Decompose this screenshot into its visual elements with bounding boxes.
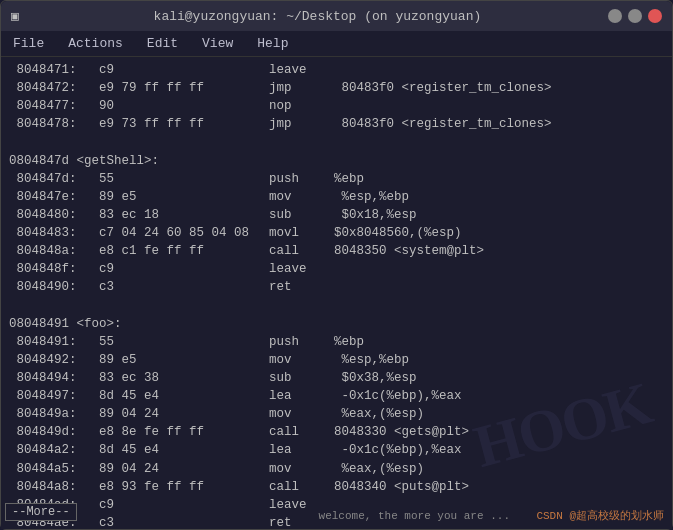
bytes: e8 93 fe ff ff [99, 478, 269, 496]
bytes: 8d 45 e4 [99, 441, 269, 459]
address: 80484a8: [9, 478, 99, 496]
terminal-body: HOOK 8048471:c9 leave 8048472:e9 79 ff f… [1, 57, 672, 529]
operand: %eax,(%esp) [319, 460, 424, 478]
table-row: 8048497:8d 45 e4 lea -0x1c(%ebp),%eax [9, 387, 664, 405]
table-row: 8048494:83 ec 38 sub $0x38,%esp [9, 369, 664, 387]
menu-item-view[interactable]: View [198, 34, 237, 53]
address: 804848a: [9, 242, 99, 260]
operand: 8048350 <system@plt> [319, 242, 484, 260]
instruction: call [269, 478, 319, 496]
table-row: 8048472:e9 79 ff ff ff jmp 80483f0 <regi… [9, 79, 664, 97]
table-row: 804847d:55 push %ebp [9, 170, 664, 188]
table-row: 80484a5:89 04 24 mov %eax,(%esp) [9, 460, 664, 478]
instruction: mov [269, 188, 319, 206]
menu-item-help[interactable]: Help [253, 34, 292, 53]
operand: 8048330 <gets@plt> [319, 423, 469, 441]
operand: %esp,%ebp [319, 351, 409, 369]
menu-item-edit[interactable]: Edit [143, 34, 182, 53]
menubar: FileActionsEditViewHelp [1, 31, 672, 57]
terminal-window: ▣ kali@yuzongyuan: ~/Desktop (on yuzongy… [0, 0, 673, 530]
bytes: c3 [99, 278, 269, 296]
address: 804849a: [9, 405, 99, 423]
menu-item-actions[interactable]: Actions [64, 34, 127, 53]
table-row: 8048477:90 nop [9, 97, 664, 115]
instruction: sub [269, 206, 319, 224]
address: 804849d: [9, 423, 99, 441]
instruction: push [269, 170, 319, 188]
minimize-button[interactable] [608, 9, 622, 23]
address: 8048494: [9, 369, 99, 387]
table-row: 80484a2:8d 45 e4 lea -0x1c(%ebp),%eax [9, 441, 664, 459]
instruction: jmp [269, 79, 319, 97]
table-row: 8048480:83 ec 18 sub $0x18,%esp [9, 206, 664, 224]
instruction: lea [269, 441, 319, 459]
instruction: nop [269, 97, 319, 115]
bytes: 89 e5 [99, 351, 269, 369]
bytes: 83 ec 18 [99, 206, 269, 224]
address: 8048478: [9, 115, 99, 133]
instruction: leave [269, 496, 319, 514]
bytes: 89 e5 [99, 188, 269, 206]
address: 8048480: [9, 206, 99, 224]
operand: %esp,%ebp [319, 188, 409, 206]
code-container: 8048471:c9 leave 8048472:e9 79 ff ff ff … [9, 61, 664, 529]
address: 80484a2: [9, 441, 99, 459]
address: 8048492: [9, 351, 99, 369]
instruction: push [269, 333, 319, 351]
operand: -0x1c(%ebp),%eax [319, 387, 462, 405]
operand: 80483f0 <register_tm_clones> [319, 79, 552, 97]
bytes: 83 ec 38 [99, 369, 269, 387]
bytes: c9 [99, 496, 269, 514]
bytes: c9 [99, 260, 269, 278]
instruction: ret [269, 514, 319, 529]
bytes: e8 c1 fe ff ff [99, 242, 269, 260]
label-line: 0804847d <getShell>: [9, 152, 664, 170]
address: 8048477: [9, 97, 99, 115]
instruction: sub [269, 369, 319, 387]
table-row: 804847e:89 e5 mov %esp,%ebp [9, 188, 664, 206]
bytes: 89 04 24 [99, 405, 269, 423]
watermark-text: welcome, the more you are ... [319, 510, 530, 522]
bytes: 55 [99, 333, 269, 351]
table-row: 8048478:e9 73 ff ff ff jmp 80483f0 <regi… [9, 115, 664, 133]
address: 804848f: [9, 260, 99, 278]
maximize-button[interactable] [628, 9, 642, 23]
menu-item-file[interactable]: File [9, 34, 48, 53]
operand: 80483f0 <register_tm_clones> [319, 115, 552, 133]
table-row: 804849a:89 04 24 mov %eax,(%esp) [9, 405, 664, 423]
instruction: lea [269, 387, 319, 405]
bytes: e8 8e fe ff ff [99, 423, 269, 441]
watermark: welcome, the more you are ... CSDN @超高校级… [319, 509, 664, 525]
address: 8048490: [9, 278, 99, 296]
address: 8048471: [9, 61, 99, 79]
operand: %eax,(%esp) [319, 405, 424, 423]
close-button[interactable] [648, 9, 662, 23]
table-row: 804849d:e8 8e fe ff ff call 8048330 <get… [9, 423, 664, 441]
instruction: ret [269, 278, 319, 296]
table-row: 8048471:c9 leave [9, 61, 664, 79]
address: 804847e: [9, 188, 99, 206]
bytes: c9 [99, 61, 269, 79]
more-button[interactable]: --More-- [5, 503, 77, 521]
address: 8048497: [9, 387, 99, 405]
table-row: 80484a8:e8 93 fe ff ff call 8048340 <put… [9, 478, 664, 496]
table-row: 804848f:c9 leave [9, 260, 664, 278]
address: 80484a5: [9, 460, 99, 478]
bytes: 55 [99, 170, 269, 188]
instruction: call [269, 242, 319, 260]
instruction: mov [269, 460, 319, 478]
table-row: 8048492:89 e5 mov %esp,%ebp [9, 351, 664, 369]
bytes: e9 73 ff ff ff [99, 115, 269, 133]
instruction: movl [269, 224, 319, 242]
label-line: 08048491 <foo>: [9, 315, 664, 333]
operand: %ebp [319, 333, 364, 351]
operand: $0x38,%esp [319, 369, 417, 387]
csdn-watermark: CSDN @超高校级的划水师 [536, 510, 664, 522]
table-row: 8048491:55 push %ebp [9, 333, 664, 351]
operand: %ebp [319, 170, 364, 188]
table-row: 804848a:e8 c1 fe ff ff call 8048350 <sys… [9, 242, 664, 260]
instruction: leave [269, 61, 319, 79]
bytes: 90 [99, 97, 269, 115]
bytes: c3 [99, 514, 269, 529]
operand: -0x1c(%ebp),%eax [319, 441, 462, 459]
